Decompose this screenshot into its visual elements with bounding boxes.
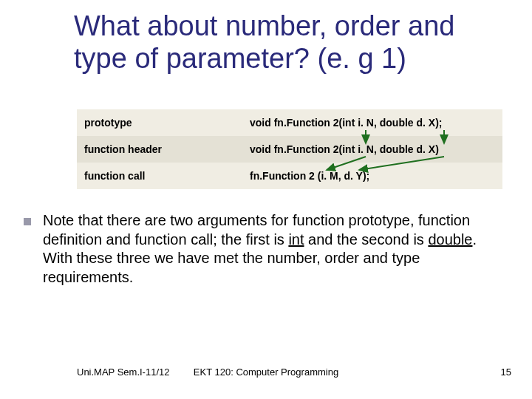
bullet-icon (24, 218, 31, 225)
footer-center: EKT 120: Computer Programming (0, 366, 532, 378)
underline-int: int (288, 231, 304, 248)
table-row: function call fn.Function 2 (i. M, d. Y)… (77, 163, 502, 189)
footer: Uni.MAP Sem.I-11/12 EKT 120: Computer Pr… (0, 366, 532, 381)
body-paragraph: Note that there are two arguments for fu… (24, 211, 502, 287)
row-label: function header (77, 143, 247, 155)
row-code: fn.Function 2 (i. M, d. Y); (247, 170, 502, 182)
table-row: function header void fn.Function 2(int i… (77, 136, 502, 163)
slide: What about number, order and type of par… (0, 0, 532, 399)
row-code: void fn.Function 2(int i. N, double d. X… (247, 143, 502, 155)
body-text: Note that there are two arguments for fu… (43, 211, 502, 287)
table-row: prototype void fn.Function 2(int i. N, d… (77, 109, 502, 136)
row-code: void fn.Function 2(int i. N, double d. X… (247, 117, 502, 129)
text-fragment: and the second is (304, 231, 429, 248)
row-label: prototype (77, 117, 247, 129)
row-label: function call (77, 170, 247, 182)
footer-right: 15 (501, 366, 511, 378)
code-table: prototype void fn.Function 2(int i. N, d… (77, 109, 502, 189)
underline-double: double (428, 231, 472, 248)
slide-title: What about number, order and type of par… (74, 10, 502, 75)
